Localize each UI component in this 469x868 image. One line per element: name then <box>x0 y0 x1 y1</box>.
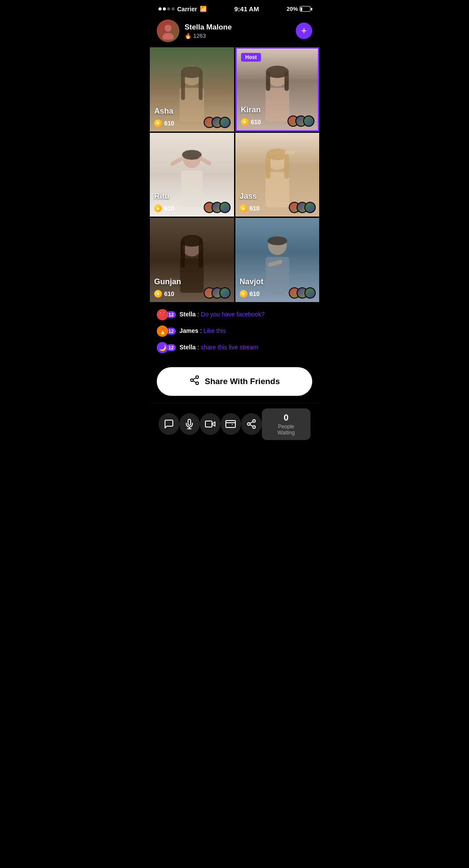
signal-dot-2 <box>163 7 166 10</box>
wallet-icon <box>225 419 236 429</box>
score-value: 1263 <box>193 33 206 39</box>
video-cell-gunjan[interactable]: Gunjan ● 610 <box>150 218 234 302</box>
avatars-group-gunjan <box>204 287 231 299</box>
share-button-icon <box>189 375 200 388</box>
cell-score-navjot: ● 610 <box>240 290 260 298</box>
cell-name-gunjan: Gunjan <box>154 277 181 286</box>
cell-name-jass: Jass <box>240 192 257 201</box>
chat-message-1: ❤️ 12 Stella : Do you have facebook? <box>157 309 312 320</box>
svg-rect-4 <box>181 73 185 100</box>
svg-point-1 <box>162 33 174 39</box>
user-card: Stella Malone 🔥 1263 + <box>150 16 319 47</box>
carrier-label: Carrier <box>177 6 197 13</box>
cell-score-asha: ● 610 <box>154 119 174 127</box>
svg-line-39 <box>250 425 253 427</box>
signal-dot-1 <box>159 7 162 10</box>
share-bottom-button[interactable] <box>241 413 262 435</box>
avatars-group-asha <box>204 117 231 128</box>
battery-icon <box>300 6 310 12</box>
chat-msg-content-1: Do you have facebook? <box>201 311 264 318</box>
user-score: 🔥 1263 <box>185 33 291 39</box>
avatar <box>157 20 179 42</box>
bottom-bar: 0 People Waiting <box>150 403 319 450</box>
avatar-silhouette <box>159 22 177 39</box>
svg-point-30 <box>268 236 287 245</box>
chat-msg-content-2: Like this <box>204 327 226 334</box>
video-grid: Asha ● 610 Host Kiran ● 610 <box>150 47 319 302</box>
share-bottom-icon <box>246 419 257 429</box>
svg-point-0 <box>165 25 172 32</box>
share-section: Share With Friends <box>150 364 319 403</box>
cell-score-jass: ● 610 <box>240 204 260 212</box>
add-button[interactable]: + <box>296 23 312 39</box>
chat-badge-3: 🌙 12 <box>157 342 176 353</box>
cell-score-kiran: ● 610 <box>241 118 261 126</box>
video-icon <box>205 419 215 429</box>
svg-rect-21 <box>284 155 289 179</box>
share-with-friends-button[interactable]: Share With Friends <box>157 367 312 396</box>
host-badge-kiran: Host <box>241 53 261 62</box>
avatars-group-jass <box>289 202 316 213</box>
video-cell-jass[interactable]: Jass ● 610 <box>235 133 320 217</box>
avatar-container <box>157 20 179 42</box>
coin-icon-navjot: ● <box>240 290 248 298</box>
video-cell-ritu[interactable]: Ritu ● 610 <box>150 133 234 217</box>
signal-dots <box>159 7 175 10</box>
video-cell-asha[interactable]: Asha ● 610 <box>150 47 234 132</box>
video-cell-navjot[interactable]: Navjot ● 610 <box>235 218 320 302</box>
coin-icon-gunjan: ● <box>154 290 162 298</box>
svg-line-40 <box>250 422 253 424</box>
cell-name-navjot: Navjot <box>240 277 264 286</box>
cell-score-ritu: ● 610 <box>154 204 174 212</box>
people-waiting-panel: 0 People Waiting <box>262 408 310 440</box>
coin-icon-jass: ● <box>240 204 248 212</box>
svg-marker-36 <box>212 422 215 426</box>
battery-percent: 20% <box>287 6 298 12</box>
chat-button[interactable] <box>159 413 179 435</box>
avatars-group-navjot <box>289 287 316 299</box>
svg-rect-10 <box>266 72 270 91</box>
svg-rect-13 <box>181 171 203 207</box>
chat-badge-2: 🔥 12 <box>157 326 176 337</box>
status-right: 20% <box>287 6 310 12</box>
waiting-label: People Waiting <box>270 424 303 436</box>
svg-rect-37 <box>205 421 212 427</box>
badge-icon-1: ❤️ <box>157 309 168 320</box>
svg-rect-15 <box>170 156 184 167</box>
cell-name-asha: Asha <box>154 107 173 116</box>
chat-username-1: Stella <box>179 311 195 318</box>
video-button[interactable] <box>200 413 221 435</box>
user-name: Stella Malone <box>185 23 291 32</box>
svg-rect-11 <box>284 72 289 91</box>
signal-dot-4 <box>172 7 175 10</box>
cell-name-kiran: Kiran <box>241 105 261 115</box>
svg-point-6 <box>181 66 203 78</box>
chat-username-3: Stella <box>179 344 195 351</box>
status-bar: Carrier 📶 9:41 AM 20% <box>150 0 319 16</box>
wifi-icon: 📶 <box>200 6 207 12</box>
svg-line-32 <box>193 381 196 382</box>
svg-rect-8 <box>265 88 289 121</box>
status-left: Carrier 📶 <box>159 6 207 13</box>
coin-icon-asha: ● <box>154 119 162 127</box>
avatars-group-kiran <box>287 115 314 127</box>
chat-text-3: Stella : share this live stream <box>179 343 258 352</box>
share-button-label: Share With Friends <box>205 377 280 386</box>
svg-rect-27 <box>199 241 203 268</box>
svg-line-33 <box>193 378 196 379</box>
badge-icon-3: 🌙 <box>157 342 168 353</box>
cell-score-gunjan: ● 610 <box>154 290 174 298</box>
svg-rect-26 <box>181 241 185 268</box>
chat-section: ❤️ 12 Stella : Do you have facebook? 🔥 1… <box>150 302 319 364</box>
wallet-button[interactable] <box>221 413 241 435</box>
mic-button[interactable] <box>179 413 200 435</box>
waiting-count: 0 <box>270 413 303 423</box>
cell-name-ritu: Ritu <box>154 192 169 201</box>
svg-rect-5 <box>199 73 203 100</box>
badge-icon-2: 🔥 <box>157 326 168 337</box>
mic-icon <box>184 419 195 429</box>
video-cell-kiran[interactable]: Host Kiran ● 610 <box>235 47 320 132</box>
svg-point-14 <box>182 150 201 160</box>
chat-username-2: James <box>179 327 198 334</box>
coin-icon-ritu: ● <box>154 204 162 212</box>
